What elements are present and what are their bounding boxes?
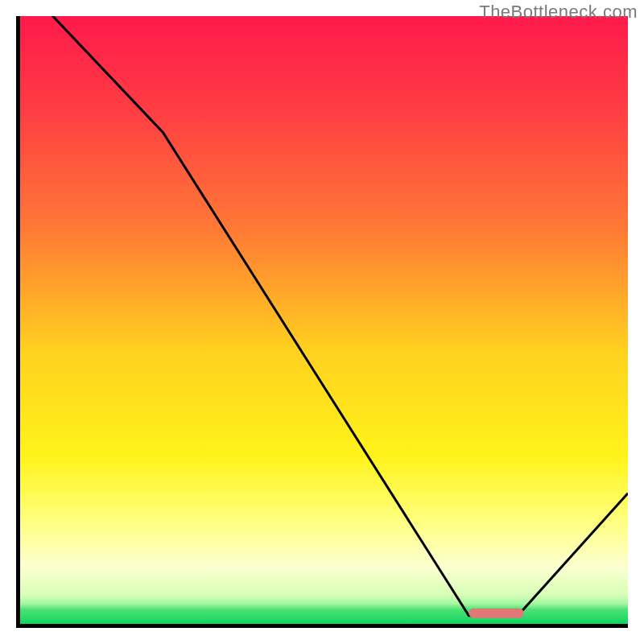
chart-container: TheBottleneck.com <box>0 0 644 644</box>
gradient-background <box>16 16 628 628</box>
optimal-range-marker <box>469 609 523 618</box>
watermark-text: TheBottleneck.com <box>479 2 638 23</box>
plot-area <box>16 16 628 628</box>
y-axis <box>16 16 20 628</box>
x-axis <box>16 624 628 628</box>
plot-svg <box>16 16 628 628</box>
